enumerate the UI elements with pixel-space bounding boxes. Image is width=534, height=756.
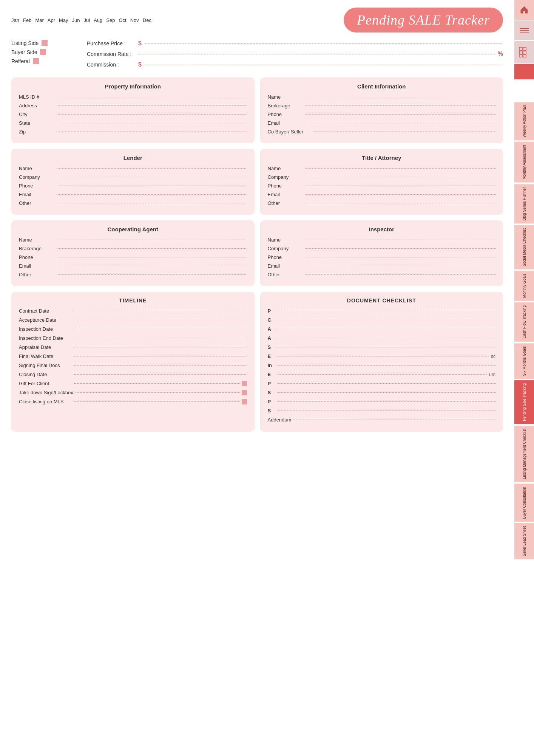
- doc-field-8[interactable]: [278, 374, 487, 375]
- signing-final-docs-field[interactable]: [74, 365, 247, 366]
- inspection-date-field[interactable]: [74, 329, 247, 329]
- doc-field-addendum[interactable]: [293, 420, 495, 420]
- client-phone-field[interactable]: [306, 114, 496, 115]
- client-name-field[interactable]: [306, 97, 496, 97]
- doc-field-5[interactable]: [278, 347, 496, 347]
- ta-company-field[interactable]: [306, 177, 496, 177]
- doc-field-10[interactable]: [278, 392, 496, 393]
- doc-field-7[interactable]: [278, 365, 496, 366]
- month-navigation[interactable]: Jan Feb Mar Apr May Jun Jul Aug Sep Oct …: [11, 17, 151, 23]
- doc-field-12[interactable]: [278, 411, 496, 411]
- final-walk-date-field[interactable]: [74, 356, 247, 356]
- ta-other-field[interactable]: [306, 203, 496, 203]
- lender-email-field[interactable]: [57, 194, 247, 195]
- sidebar-menu-icon[interactable]: [514, 20, 534, 40]
- doc-field-11[interactable]: [278, 401, 496, 402]
- doc-field-3[interactable]: [278, 329, 496, 329]
- doc-field-9[interactable]: [278, 383, 496, 384]
- property-state-field[interactable]: [57, 123, 247, 123]
- month-jan[interactable]: Jan: [11, 17, 19, 23]
- ca-other-field[interactable]: [57, 274, 247, 275]
- lender-title: Lender: [19, 155, 247, 161]
- page-title: Pending SALE Tracker: [357, 12, 490, 28]
- ca-email-field[interactable]: [57, 266, 247, 266]
- property-address-field[interactable]: [57, 105, 247, 106]
- header: Jan Feb Mar Apr May Jun Jul Aug Sep Oct …: [11, 8, 503, 33]
- doc-prefix-7: In: [268, 363, 275, 368]
- month-nov[interactable]: Nov: [130, 17, 139, 23]
- doc-prefix-addendum: Addendum: [268, 417, 292, 423]
- insp-phone-field[interactable]: [306, 257, 496, 257]
- sidebar-tab-cash-flow[interactable]: Cash Flow Tracking: [514, 302, 534, 342]
- commission-field[interactable]: [144, 65, 503, 65]
- sidebar-tab-monthly-assessment[interactable]: Monthly Assessment: [514, 142, 534, 183]
- ca-brokerage-field[interactable]: [57, 248, 247, 249]
- month-jul[interactable]: Jul: [84, 17, 90, 23]
- month-may[interactable]: May: [59, 17, 68, 23]
- close-listing-field[interactable]: [74, 401, 239, 402]
- sidebar-grid-icon[interactable]: [514, 41, 534, 64]
- closing-date-field[interactable]: [74, 374, 247, 375]
- insp-other-field[interactable]: [306, 274, 496, 275]
- month-feb[interactable]: Feb: [23, 17, 31, 23]
- contract-date-label: Contract Date: [19, 308, 72, 314]
- takedown-sign-field[interactable]: [76, 392, 239, 393]
- doc-field-1[interactable]: [278, 311, 496, 311]
- client-email-row: Email: [268, 120, 496, 126]
- sidebar-tab-monthly-goals[interactable]: Monthly Goals: [514, 271, 534, 301]
- sidebar-tab-social-media[interactable]: Social Media Checklist: [514, 225, 534, 270]
- close-listing-checkbox[interactable]: [242, 399, 247, 404]
- lender-name-field[interactable]: [57, 168, 247, 169]
- month-aug[interactable]: Aug: [94, 17, 102, 23]
- sidebar-home-icon[interactable]: [514, 0, 534, 20]
- month-oct[interactable]: Oct: [119, 17, 126, 23]
- insp-company-label: Company: [268, 246, 306, 251]
- lender-box: Lender Name Company Phone Email Other: [11, 149, 255, 215]
- month-dec[interactable]: Dec: [143, 17, 151, 23]
- sidebar-tab-pending-sale[interactable]: Pending Sale Tracking: [514, 380, 534, 424]
- lender-phone-field[interactable]: [57, 186, 247, 186]
- ta-email-field[interactable]: [306, 194, 496, 195]
- appraisal-date-label: Appraisal Date: [19, 344, 72, 350]
- sidebar-tab-weekly-action[interactable]: Weekly Action Plan: [514, 102, 534, 140]
- commission-rate-field[interactable]: [138, 54, 495, 54]
- doc-field-2[interactable]: [278, 320, 496, 320]
- insp-email-field[interactable]: [306, 266, 496, 266]
- sidebar-tab-six-months[interactable]: Six Months Goals: [514, 343, 534, 379]
- client-brokerage-field[interactable]: [306, 105, 496, 106]
- contract-date-field[interactable]: [74, 311, 247, 311]
- ca-name-field[interactable]: [57, 240, 247, 240]
- month-jun[interactable]: Jun: [72, 17, 80, 23]
- inspection-end-date-label: Inspection End Date: [19, 335, 72, 341]
- doc-field-4[interactable]: [278, 338, 496, 338]
- month-sep[interactable]: Sep: [106, 17, 115, 23]
- lender-company-field[interactable]: [57, 177, 247, 177]
- gift-for-client-field[interactable]: [74, 383, 239, 384]
- sidebar-tab-buyer-consultation[interactable]: Buyer Consultation: [514, 484, 534, 522]
- purchase-price-field[interactable]: [144, 43, 503, 44]
- insp-company-field[interactable]: [306, 248, 496, 249]
- takedown-sign-checkbox[interactable]: [242, 390, 247, 395]
- lender-other-field[interactable]: [57, 203, 247, 203]
- insp-name-row: Name: [268, 237, 496, 243]
- sidebar-tab-seller-lead[interactable]: Seller Lead Sheet: [514, 523, 534, 559]
- acceptance-date-field[interactable]: [74, 320, 247, 320]
- client-cobuyer-field[interactable]: [313, 132, 496, 132]
- ta-name-field[interactable]: [306, 168, 496, 169]
- timeline-appraisal-date: Appraisal Date: [19, 344, 247, 350]
- gift-for-client-checkbox[interactable]: [242, 381, 247, 386]
- month-mar[interactable]: Mar: [35, 17, 43, 23]
- property-city-field[interactable]: [57, 114, 247, 115]
- doc-field-6[interactable]: [278, 356, 489, 356]
- sidebar-tab-listing-mgmt[interactable]: Listing Management Checklist: [514, 426, 534, 482]
- appraisal-date-field[interactable]: [74, 347, 247, 347]
- sidebar-tab-blog-series[interactable]: Blog Series Planner: [514, 184, 534, 223]
- property-zip-field[interactable]: [57, 132, 247, 132]
- client-email-field[interactable]: [306, 123, 496, 123]
- property-mls-field[interactable]: [57, 97, 247, 97]
- insp-name-field[interactable]: [306, 240, 496, 240]
- ca-phone-field[interactable]: [57, 257, 247, 257]
- ta-phone-field[interactable]: [306, 186, 496, 186]
- month-apr[interactable]: Apr: [48, 17, 55, 23]
- inspection-end-date-field[interactable]: [74, 338, 247, 338]
